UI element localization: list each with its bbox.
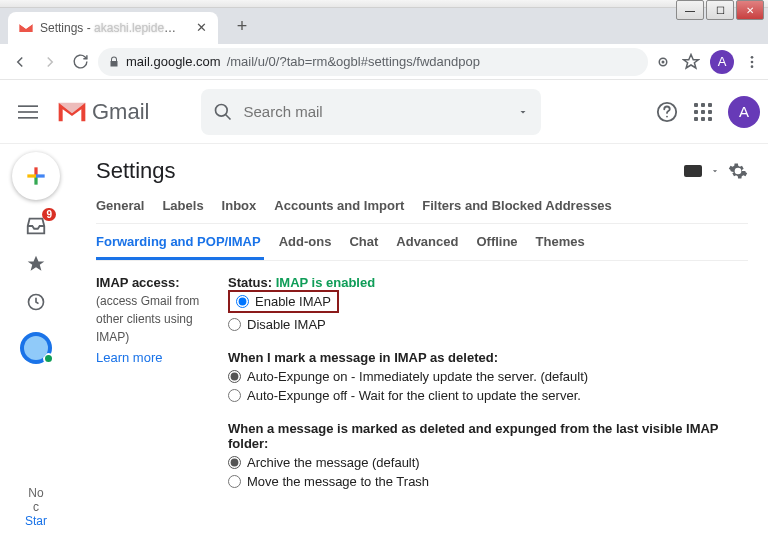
minimize-button[interactable]: — (676, 0, 704, 20)
learn-more-link[interactable]: Learn more (96, 350, 216, 365)
enable-imap-label: Enable IMAP (255, 294, 331, 309)
forward-button[interactable] (38, 50, 62, 74)
main-panel: Settings General Labels Inbox Accounts a… (72, 144, 768, 536)
snoozed-icon[interactable] (24, 290, 48, 314)
window-controls: — ☐ ✕ (676, 0, 764, 20)
reload-button[interactable] (68, 50, 92, 74)
starred-icon[interactable] (24, 252, 48, 276)
tab-addons[interactable]: Add-ons (279, 234, 332, 249)
page-title: Settings (96, 158, 176, 184)
hangouts-avatar[interactable] (20, 332, 52, 364)
lock-icon (108, 56, 120, 68)
inbox-badge: 9 (42, 208, 56, 221)
url-input[interactable]: mail.google.com/mail/u/0/?tab=rm&ogbl#se… (98, 48, 648, 76)
tab-general[interactable]: General (96, 198, 144, 213)
tab-labels[interactable]: Labels (162, 198, 203, 213)
gmail-favicon-icon (18, 20, 34, 36)
google-apps-icon[interactable] (694, 103, 712, 121)
url-path: /mail/u/0/?tab=rm&ogbl#settings/fwdandpo… (227, 54, 480, 69)
imap-access-label: IMAP access: (96, 275, 216, 290)
svg-point-10 (666, 115, 668, 117)
disable-imap-label: Disable IMAP (247, 317, 326, 332)
browser-tab[interactable]: Settings - akashi.lepide@gmail.c ✕ (8, 12, 218, 44)
expunge-on-label: Auto-Expunge on - Immediately update the… (247, 369, 588, 384)
trash-radio[interactable] (228, 475, 241, 488)
archive-radio[interactable] (228, 456, 241, 469)
search-icon (213, 102, 233, 122)
account-avatar[interactable]: A (728, 96, 760, 128)
archive-label: Archive the message (default) (247, 455, 420, 470)
svg-rect-5 (18, 105, 38, 107)
expunge-heading: When a message is marked as deleted and … (228, 421, 748, 451)
new-tab-button[interactable]: + (228, 12, 256, 40)
tab-forwarding[interactable]: Forwarding and POP/IMAP (96, 234, 261, 249)
maximize-button[interactable]: ☐ (706, 0, 734, 20)
search-box[interactable] (201, 89, 541, 135)
input-tools-icon[interactable] (684, 165, 702, 177)
rail-bottom-text: No c Star (25, 486, 47, 536)
imap-status: Status: IMAP is enabled (228, 275, 748, 290)
svg-rect-6 (18, 111, 38, 113)
profile-avatar[interactable]: A (710, 50, 734, 74)
tab-offline[interactable]: Offline (476, 234, 517, 249)
compose-button[interactable] (12, 152, 60, 200)
url-domain: mail.google.com (126, 54, 221, 69)
browser-menu-icon[interactable] (744, 54, 760, 70)
chevron-down-icon[interactable] (710, 166, 720, 176)
enable-imap-highlight: Enable IMAP (228, 290, 339, 313)
start-meeting-link[interactable]: Star (25, 514, 47, 528)
main-menu-icon[interactable] (8, 92, 48, 132)
expunge-on-radio[interactable] (228, 370, 241, 383)
svg-point-3 (751, 60, 754, 63)
settings-gear-icon[interactable] (728, 161, 748, 181)
left-rail: 9 No c Star (0, 144, 72, 536)
inbox-icon[interactable]: 9 (24, 214, 48, 238)
tab-inbox[interactable]: Inbox (222, 198, 257, 213)
tab-close-icon[interactable]: ✕ (194, 21, 208, 35)
search-dropdown-icon[interactable] (517, 106, 529, 118)
search-input[interactable] (243, 103, 507, 120)
tab-themes[interactable]: Themes (536, 234, 585, 249)
svg-rect-7 (18, 117, 38, 119)
tab-chat[interactable]: Chat (349, 234, 378, 249)
active-tab-underline (96, 257, 264, 260)
trash-label: Move the message to the Trash (247, 474, 429, 489)
expunge-off-radio[interactable] (228, 389, 241, 402)
imap-access-sub: (access Gmail from other clients using I… (96, 292, 216, 346)
svg-point-2 (751, 56, 754, 59)
enable-imap-radio[interactable] (236, 295, 249, 308)
plus-icon (23, 163, 49, 189)
back-button[interactable] (8, 50, 32, 74)
delete-heading: When I mark a message in IMAP as deleted… (228, 350, 748, 365)
gmail-m-icon (56, 100, 88, 124)
close-button[interactable]: ✕ (736, 0, 764, 20)
browser-tab-strip: Settings - akashi.lepide@gmail.c ✕ + (0, 8, 768, 44)
svg-point-1 (662, 60, 665, 63)
tab-accounts[interactable]: Accounts and Import (274, 198, 404, 213)
tab-title: Settings - akashi.lepide@gmail.c (40, 21, 188, 35)
address-bar: mail.google.com/mail/u/0/?tab=rm&ogbl#se… (0, 44, 768, 80)
expunge-off-label: Auto-Expunge off - Wait for the client t… (247, 388, 581, 403)
tab-filters[interactable]: Filters and Blocked Addresses (422, 198, 612, 213)
gmail-header: Gmail A (0, 80, 768, 144)
gmail-logo[interactable]: Gmail (56, 99, 149, 125)
bookmark-star-icon[interactable] (682, 53, 700, 71)
tab-advanced[interactable]: Advanced (396, 234, 458, 249)
svg-point-8 (216, 104, 228, 116)
extension-icon[interactable] (654, 53, 672, 71)
disable-imap-radio[interactable] (228, 318, 241, 331)
svg-point-4 (751, 65, 754, 68)
presence-indicator (43, 353, 54, 364)
support-icon[interactable] (656, 101, 678, 123)
gmail-product-name: Gmail (92, 99, 149, 125)
